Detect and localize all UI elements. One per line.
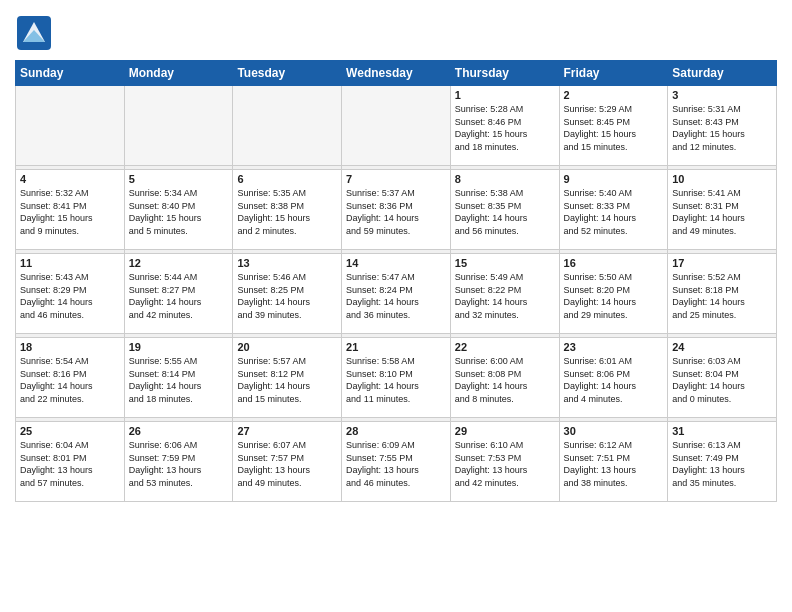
day-info: Sunrise: 6:10 AM Sunset: 7:53 PM Dayligh…: [455, 439, 555, 489]
weekday-header: Saturday: [668, 61, 777, 86]
calendar-cell: 18Sunrise: 5:54 AM Sunset: 8:16 PM Dayli…: [16, 338, 125, 418]
day-number: 27: [237, 425, 337, 437]
day-number: 30: [564, 425, 664, 437]
day-number: 15: [455, 257, 555, 269]
day-number: 24: [672, 341, 772, 353]
day-info: Sunrise: 6:01 AM Sunset: 8:06 PM Dayligh…: [564, 355, 664, 405]
calendar-cell: 19Sunrise: 5:55 AM Sunset: 8:14 PM Dayli…: [124, 338, 233, 418]
day-info: Sunrise: 6:04 AM Sunset: 8:01 PM Dayligh…: [20, 439, 120, 489]
calendar-cell: 26Sunrise: 6:06 AM Sunset: 7:59 PM Dayli…: [124, 422, 233, 502]
calendar-week-row: 4Sunrise: 5:32 AM Sunset: 8:41 PM Daylig…: [16, 170, 777, 250]
weekday-header: Thursday: [450, 61, 559, 86]
calendar-cell: 30Sunrise: 6:12 AM Sunset: 7:51 PM Dayli…: [559, 422, 668, 502]
day-info: Sunrise: 5:46 AM Sunset: 8:25 PM Dayligh…: [237, 271, 337, 321]
calendar-cell: 5Sunrise: 5:34 AM Sunset: 8:40 PM Daylig…: [124, 170, 233, 250]
calendar-header-row: SundayMondayTuesdayWednesdayThursdayFrid…: [16, 61, 777, 86]
day-number: 6: [237, 173, 337, 185]
calendar-cell: 15Sunrise: 5:49 AM Sunset: 8:22 PM Dayli…: [450, 254, 559, 334]
calendar-cell: 29Sunrise: 6:10 AM Sunset: 7:53 PM Dayli…: [450, 422, 559, 502]
calendar-week-row: 25Sunrise: 6:04 AM Sunset: 8:01 PM Dayli…: [16, 422, 777, 502]
day-number: 14: [346, 257, 446, 269]
calendar-cell: 8Sunrise: 5:38 AM Sunset: 8:35 PM Daylig…: [450, 170, 559, 250]
calendar-week-row: 11Sunrise: 5:43 AM Sunset: 8:29 PM Dayli…: [16, 254, 777, 334]
calendar-cell: 12Sunrise: 5:44 AM Sunset: 8:27 PM Dayli…: [124, 254, 233, 334]
day-number: 22: [455, 341, 555, 353]
day-number: 3: [672, 89, 772, 101]
day-info: Sunrise: 5:40 AM Sunset: 8:33 PM Dayligh…: [564, 187, 664, 237]
day-number: 31: [672, 425, 772, 437]
day-info: Sunrise: 6:07 AM Sunset: 7:57 PM Dayligh…: [237, 439, 337, 489]
weekday-header: Sunday: [16, 61, 125, 86]
logo: [15, 14, 57, 52]
day-info: Sunrise: 5:52 AM Sunset: 8:18 PM Dayligh…: [672, 271, 772, 321]
calendar-cell: 27Sunrise: 6:07 AM Sunset: 7:57 PM Dayli…: [233, 422, 342, 502]
calendar-cell: 20Sunrise: 5:57 AM Sunset: 8:12 PM Dayli…: [233, 338, 342, 418]
day-info: Sunrise: 5:34 AM Sunset: 8:40 PM Dayligh…: [129, 187, 229, 237]
day-number: 13: [237, 257, 337, 269]
day-number: 20: [237, 341, 337, 353]
calendar-cell: 2Sunrise: 5:29 AM Sunset: 8:45 PM Daylig…: [559, 86, 668, 166]
day-info: Sunrise: 5:54 AM Sunset: 8:16 PM Dayligh…: [20, 355, 120, 405]
day-number: 10: [672, 173, 772, 185]
calendar-cell: 4Sunrise: 5:32 AM Sunset: 8:41 PM Daylig…: [16, 170, 125, 250]
calendar-cell: [124, 86, 233, 166]
calendar-table: SundayMondayTuesdayWednesdayThursdayFrid…: [15, 60, 777, 502]
day-info: Sunrise: 5:49 AM Sunset: 8:22 PM Dayligh…: [455, 271, 555, 321]
day-info: Sunrise: 5:50 AM Sunset: 8:20 PM Dayligh…: [564, 271, 664, 321]
calendar-cell: 25Sunrise: 6:04 AM Sunset: 8:01 PM Dayli…: [16, 422, 125, 502]
day-info: Sunrise: 6:12 AM Sunset: 7:51 PM Dayligh…: [564, 439, 664, 489]
day-number: 25: [20, 425, 120, 437]
day-number: 8: [455, 173, 555, 185]
calendar-cell: [16, 86, 125, 166]
day-info: Sunrise: 5:35 AM Sunset: 8:38 PM Dayligh…: [237, 187, 337, 237]
day-info: Sunrise: 6:09 AM Sunset: 7:55 PM Dayligh…: [346, 439, 446, 489]
calendar-cell: 23Sunrise: 6:01 AM Sunset: 8:06 PM Dayli…: [559, 338, 668, 418]
day-number: 9: [564, 173, 664, 185]
day-info: Sunrise: 5:55 AM Sunset: 8:14 PM Dayligh…: [129, 355, 229, 405]
day-number: 12: [129, 257, 229, 269]
day-number: 26: [129, 425, 229, 437]
day-info: Sunrise: 6:00 AM Sunset: 8:08 PM Dayligh…: [455, 355, 555, 405]
calendar-cell: 9Sunrise: 5:40 AM Sunset: 8:33 PM Daylig…: [559, 170, 668, 250]
calendar-cell: 21Sunrise: 5:58 AM Sunset: 8:10 PM Dayli…: [342, 338, 451, 418]
calendar-cell: 10Sunrise: 5:41 AM Sunset: 8:31 PM Dayli…: [668, 170, 777, 250]
weekday-header: Wednesday: [342, 61, 451, 86]
calendar-cell: [342, 86, 451, 166]
day-info: Sunrise: 5:58 AM Sunset: 8:10 PM Dayligh…: [346, 355, 446, 405]
calendar-cell: 3Sunrise: 5:31 AM Sunset: 8:43 PM Daylig…: [668, 86, 777, 166]
day-number: 2: [564, 89, 664, 101]
day-info: Sunrise: 5:41 AM Sunset: 8:31 PM Dayligh…: [672, 187, 772, 237]
calendar-cell: 11Sunrise: 5:43 AM Sunset: 8:29 PM Dayli…: [16, 254, 125, 334]
day-number: 23: [564, 341, 664, 353]
day-number: 16: [564, 257, 664, 269]
day-number: 7: [346, 173, 446, 185]
day-info: Sunrise: 5:31 AM Sunset: 8:43 PM Dayligh…: [672, 103, 772, 153]
day-number: 21: [346, 341, 446, 353]
calendar-week-row: 18Sunrise: 5:54 AM Sunset: 8:16 PM Dayli…: [16, 338, 777, 418]
calendar-cell: 22Sunrise: 6:00 AM Sunset: 8:08 PM Dayli…: [450, 338, 559, 418]
calendar-cell: 28Sunrise: 6:09 AM Sunset: 7:55 PM Dayli…: [342, 422, 451, 502]
calendar-cell: [233, 86, 342, 166]
day-info: Sunrise: 5:37 AM Sunset: 8:36 PM Dayligh…: [346, 187, 446, 237]
calendar-cell: 6Sunrise: 5:35 AM Sunset: 8:38 PM Daylig…: [233, 170, 342, 250]
header: [15, 10, 777, 52]
day-info: Sunrise: 5:47 AM Sunset: 8:24 PM Dayligh…: [346, 271, 446, 321]
calendar-cell: 13Sunrise: 5:46 AM Sunset: 8:25 PM Dayli…: [233, 254, 342, 334]
day-info: Sunrise: 5:28 AM Sunset: 8:46 PM Dayligh…: [455, 103, 555, 153]
day-info: Sunrise: 5:29 AM Sunset: 8:45 PM Dayligh…: [564, 103, 664, 153]
day-number: 19: [129, 341, 229, 353]
day-number: 5: [129, 173, 229, 185]
calendar-cell: 31Sunrise: 6:13 AM Sunset: 7:49 PM Dayli…: [668, 422, 777, 502]
day-info: Sunrise: 6:06 AM Sunset: 7:59 PM Dayligh…: [129, 439, 229, 489]
calendar-cell: 17Sunrise: 5:52 AM Sunset: 8:18 PM Dayli…: [668, 254, 777, 334]
day-info: Sunrise: 5:32 AM Sunset: 8:41 PM Dayligh…: [20, 187, 120, 237]
day-info: Sunrise: 5:38 AM Sunset: 8:35 PM Dayligh…: [455, 187, 555, 237]
day-info: Sunrise: 6:13 AM Sunset: 7:49 PM Dayligh…: [672, 439, 772, 489]
weekday-header: Monday: [124, 61, 233, 86]
page: SundayMondayTuesdayWednesdayThursdayFrid…: [0, 0, 792, 512]
calendar-cell: 1Sunrise: 5:28 AM Sunset: 8:46 PM Daylig…: [450, 86, 559, 166]
day-info: Sunrise: 6:03 AM Sunset: 8:04 PM Dayligh…: [672, 355, 772, 405]
day-info: Sunrise: 5:43 AM Sunset: 8:29 PM Dayligh…: [20, 271, 120, 321]
day-number: 4: [20, 173, 120, 185]
day-number: 29: [455, 425, 555, 437]
